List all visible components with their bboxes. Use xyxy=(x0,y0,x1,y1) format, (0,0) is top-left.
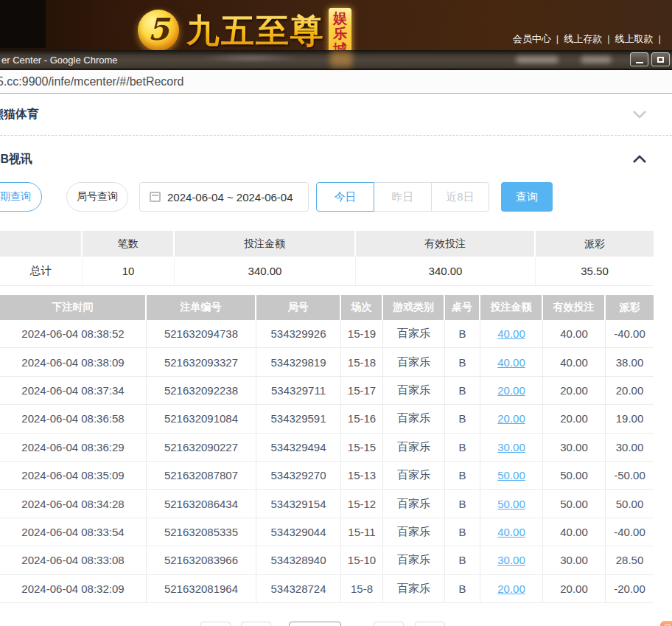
section-panda-sports[interactable]: 熊猫体育 xyxy=(0,94,672,136)
round-no-cell: 534329044 xyxy=(256,518,341,546)
session-cell: 15-17 xyxy=(341,377,383,404)
table-no-cell: B xyxy=(445,405,480,432)
pagination-button[interactable] xyxy=(374,622,404,626)
summary-header-count: 笔数 xyxy=(83,231,175,257)
window-minimize-button[interactable] xyxy=(630,52,648,66)
bet-amount-link[interactable]: 40.00 xyxy=(497,526,525,538)
valid-bet-cell: 40.00 xyxy=(543,518,606,546)
order-no-cell: 521632081964 xyxy=(147,575,256,602)
round-no-cell: 534329926 xyxy=(256,320,341,347)
bet-amount-link[interactable]: 30.00 xyxy=(497,441,525,453)
pagination-button[interactable] xyxy=(241,622,271,626)
summary-total-row: 总计 10 340.00 340.00 35.50 xyxy=(0,257,654,286)
blurred-tag-glow xyxy=(330,51,352,67)
summary-valid-bet-value: 340.00 xyxy=(356,257,536,285)
round-no-cell: 534329819 xyxy=(256,348,341,375)
pagination-page-size-select[interactable] xyxy=(289,622,341,626)
bet-amount-link[interactable]: 40.00 xyxy=(497,327,525,340)
url-text[interactable]: 5.cc:9900/infe/mcenter/#/betRecord xyxy=(0,70,183,93)
quick-range-group: 今日 昨日 近8日 xyxy=(316,182,489,212)
bet-amount-link[interactable]: 40.00 xyxy=(497,356,525,369)
session-cell: 15-13 xyxy=(341,462,383,489)
round-query-tab[interactable]: 局号查询 xyxy=(66,182,128,212)
summary-payout-value: 35.50 xyxy=(536,257,654,285)
bet-amount-link[interactable]: 20.00 xyxy=(497,582,525,595)
order-no-cell: 521632093327 xyxy=(147,348,256,375)
bet-amount-link[interactable]: 50.00 xyxy=(497,498,525,510)
col-order-no: 注单编号 xyxy=(147,295,256,320)
game-type-cell: 百家乐 xyxy=(383,518,445,546)
table-row: 2024-06-04 08:38:52 521632094738 5343299… xyxy=(0,320,654,348)
summary-bet-amount-value: 340.00 xyxy=(175,257,356,285)
session-cell: 15-12 xyxy=(341,490,383,517)
col-payout: 派彩 xyxy=(606,295,654,320)
round-no-cell: 534328724 xyxy=(256,575,341,602)
minimize-icon xyxy=(636,62,643,63)
table-row: 2024-06-04 08:32:09 521632081964 5343287… xyxy=(0,575,654,603)
tag-char: 乐 xyxy=(329,26,351,41)
table-row: 2024-06-04 08:36:58 521632091084 5343295… xyxy=(0,405,654,433)
payout-cell: 28.50 xyxy=(606,546,654,574)
table-no-cell: B xyxy=(445,518,480,546)
chevron-down-icon[interactable] xyxy=(632,109,647,119)
search-button[interactable]: 查询 xyxy=(501,182,553,212)
bet-table-body: 2024-06-04 08:38:52 521632094738 5343299… xyxy=(0,320,654,603)
round-no-cell: 534328940 xyxy=(256,546,341,574)
table-no-cell: B xyxy=(445,377,480,404)
pagination-button[interactable] xyxy=(415,622,445,626)
valid-bet-cell: 20.00 xyxy=(543,405,606,432)
nav-separator: | xyxy=(659,33,661,44)
filter-bar: 日期查询 局号查询 2024-06-04 ~ 2024-06-04 今日 昨日 … xyxy=(0,182,672,212)
col-table-no: 桌号 xyxy=(445,295,480,320)
last-8-days-button[interactable]: 近8日 xyxy=(431,182,489,212)
pagination xyxy=(0,622,672,626)
table-row: 2024-06-04 08:34:28 521632086434 5343291… xyxy=(0,490,654,518)
today-button[interactable]: 今日 xyxy=(316,182,374,212)
valid-bet-cell: 20.00 xyxy=(543,377,606,404)
bet-amount-link[interactable]: 20.00 xyxy=(497,384,525,397)
date-query-tab[interactable]: 日期查询 xyxy=(0,182,42,212)
tag-char: 娱 xyxy=(329,10,351,26)
chat-widget-button[interactable] xyxy=(660,621,672,626)
table-row: 2024-06-04 08:33:54 521632085335 5343290… xyxy=(0,518,654,546)
summary-total-label: 总计 xyxy=(0,257,83,285)
valid-bet-cell: 50.00 xyxy=(543,490,606,517)
payout-cell: -20.00 xyxy=(606,575,654,602)
summary-header-blank xyxy=(0,231,83,257)
order-no-cell: 521632091084 xyxy=(147,405,256,432)
brand-title: 九五至尊 xyxy=(186,13,325,49)
payout-cell: 30.00 xyxy=(606,434,654,461)
bet-time-cell: 2024-06-04 08:37:34 xyxy=(0,377,147,404)
maximize-icon xyxy=(657,57,664,63)
pagination-button[interactable] xyxy=(200,622,231,626)
order-no-cell: 521632087807 xyxy=(147,462,256,489)
chevron-up-icon[interactable] xyxy=(632,154,647,164)
session-cell: 15-16 xyxy=(341,405,383,432)
browser-urlbar[interactable]: 5.cc:9900/infe/mcenter/#/betRecord xyxy=(0,70,672,94)
nav-online-deposit[interactable]: 线上存款 xyxy=(564,33,602,44)
bet-amount-link[interactable]: 30.00 xyxy=(497,554,525,566)
valid-bet-cell: 40.00 xyxy=(543,348,606,375)
game-type-cell: 百家乐 xyxy=(383,348,445,375)
bet-table-header-row: 下注时间 注单编号 局号 场次 游戏类别 桌号 投注金额 有效投注 派彩 xyxy=(0,295,654,320)
valid-bet-cell: 50.00 xyxy=(543,462,606,489)
nav-online-withdraw[interactable]: 线上取款 xyxy=(615,33,654,44)
game-type-cell: 百家乐 xyxy=(383,320,445,347)
payout-cell: 38.00 xyxy=(606,348,654,375)
bet-time-cell: 2024-06-04 08:38:09 xyxy=(0,348,147,375)
yesterday-button[interactable]: 昨日 xyxy=(374,182,432,212)
bet-time-cell: 2024-06-04 08:38:52 xyxy=(0,320,147,347)
window-title: er Center - Google Chrome xyxy=(1,55,118,66)
bet-amount-link[interactable]: 50.00 xyxy=(497,469,525,481)
payout-cell: 19.00 xyxy=(606,405,654,432)
session-cell: 15-10 xyxy=(341,546,383,574)
table-row: 2024-06-04 08:35:09 521632087807 5343292… xyxy=(0,462,654,490)
section-bb-video[interactable]: BB视讯 xyxy=(0,136,672,181)
summary-count-value: 10 xyxy=(83,257,175,285)
bet-amount-link[interactable]: 20.00 xyxy=(497,412,525,425)
nav-member-center[interactable]: 会员中心 xyxy=(513,33,551,44)
col-valid-bet: 有效投注 xyxy=(543,295,606,320)
date-range-picker[interactable]: 2024-06-04 ~ 2024-06-04 xyxy=(139,182,309,212)
session-cell: 15-19 xyxy=(341,320,383,347)
window-maximize-button[interactable] xyxy=(651,52,670,66)
